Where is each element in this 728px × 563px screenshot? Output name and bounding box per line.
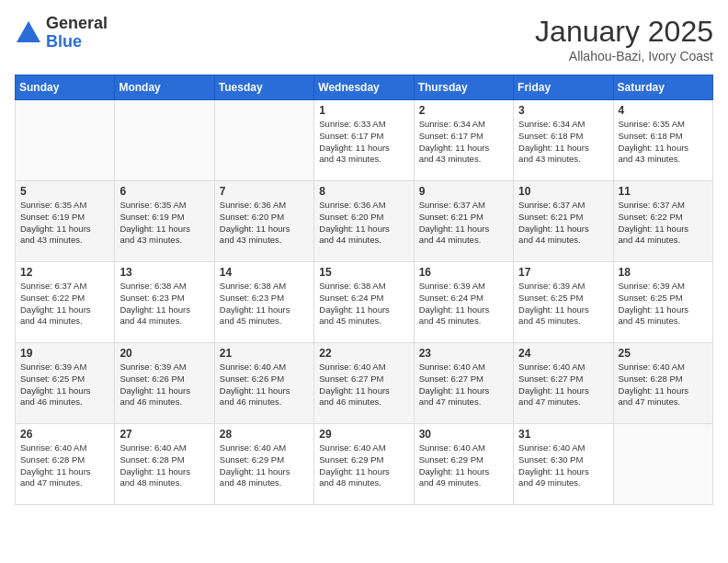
weekday-header: Saturday bbox=[613, 75, 712, 100]
calendar-cell: 6Sunrise: 6:35 AM Sunset: 6:19 PM Daylig… bbox=[115, 181, 214, 262]
day-info: Sunrise: 6:38 AM Sunset: 6:24 PM Dayligh… bbox=[319, 281, 408, 327]
day-number: 22 bbox=[319, 347, 408, 360]
calendar-cell: 13Sunrise: 6:38 AM Sunset: 6:23 PM Dayli… bbox=[115, 262, 214, 343]
day-info: Sunrise: 6:40 AM Sunset: 6:27 PM Dayligh… bbox=[518, 362, 608, 408]
day-number: 4 bbox=[619, 104, 708, 117]
logo-icon bbox=[15, 19, 42, 47]
location: Allahou-Bazi, Ivory Coast bbox=[535, 49, 713, 63]
day-info: Sunrise: 6:34 AM Sunset: 6:18 PM Dayligh… bbox=[518, 119, 608, 166]
calendar-cell bbox=[214, 100, 313, 181]
day-number: 14 bbox=[220, 266, 309, 279]
day-info: Sunrise: 6:40 AM Sunset: 6:29 PM Dayligh… bbox=[319, 442, 408, 489]
day-number: 24 bbox=[518, 347, 608, 360]
calendar-cell: 5Sunrise: 6:35 AM Sunset: 6:19 PM Daylig… bbox=[16, 181, 115, 262]
calendar-cell: 16Sunrise: 6:39 AM Sunset: 6:24 PM Dayli… bbox=[414, 262, 513, 343]
day-info: Sunrise: 6:35 AM Sunset: 6:19 PM Dayligh… bbox=[20, 200, 109, 247]
day-number: 13 bbox=[119, 266, 209, 279]
day-number: 30 bbox=[419, 428, 508, 441]
weekday-header: Monday bbox=[115, 75, 214, 100]
day-number: 8 bbox=[319, 185, 408, 198]
day-info: Sunrise: 6:37 AM Sunset: 6:22 PM Dayligh… bbox=[619, 200, 708, 247]
calendar-cell: 28Sunrise: 6:40 AM Sunset: 6:29 PM Dayli… bbox=[214, 424, 313, 505]
day-number: 11 bbox=[619, 185, 708, 198]
calendar-cell: 17Sunrise: 6:39 AM Sunset: 6:25 PM Dayli… bbox=[514, 262, 613, 343]
calendar-week-row: 1Sunrise: 6:33 AM Sunset: 6:17 PM Daylig… bbox=[16, 100, 713, 181]
day-number: 29 bbox=[319, 428, 408, 441]
calendar: SundayMondayTuesdayWednesdayThursdayFrid… bbox=[15, 75, 713, 505]
day-info: Sunrise: 6:40 AM Sunset: 6:28 PM Dayligh… bbox=[619, 362, 708, 408]
day-number: 2 bbox=[419, 104, 508, 117]
calendar-cell: 24Sunrise: 6:40 AM Sunset: 6:27 PM Dayli… bbox=[514, 343, 613, 424]
day-number: 12 bbox=[20, 266, 109, 279]
calendar-cell: 8Sunrise: 6:36 AM Sunset: 6:20 PM Daylig… bbox=[314, 181, 414, 262]
day-number: 21 bbox=[220, 347, 309, 360]
calendar-cell: 9Sunrise: 6:37 AM Sunset: 6:21 PM Daylig… bbox=[414, 181, 513, 262]
day-info: Sunrise: 6:38 AM Sunset: 6:23 PM Dayligh… bbox=[119, 281, 209, 327]
calendar-cell: 14Sunrise: 6:38 AM Sunset: 6:23 PM Dayli… bbox=[214, 262, 313, 343]
logo-general: General bbox=[46, 15, 108, 33]
day-number: 3 bbox=[518, 104, 608, 117]
calendar-cell: 23Sunrise: 6:40 AM Sunset: 6:27 PM Dayli… bbox=[414, 343, 513, 424]
day-info: Sunrise: 6:36 AM Sunset: 6:20 PM Dayligh… bbox=[220, 200, 309, 247]
calendar-cell: 1Sunrise: 6:33 AM Sunset: 6:17 PM Daylig… bbox=[314, 100, 414, 181]
weekday-row: SundayMondayTuesdayWednesdayThursdayFrid… bbox=[16, 75, 713, 100]
day-info: Sunrise: 6:37 AM Sunset: 6:21 PM Dayligh… bbox=[518, 200, 608, 247]
day-number: 18 bbox=[619, 266, 708, 279]
calendar-cell: 4Sunrise: 6:35 AM Sunset: 6:18 PM Daylig… bbox=[613, 100, 712, 181]
day-info: Sunrise: 6:40 AM Sunset: 6:29 PM Dayligh… bbox=[419, 442, 508, 489]
weekday-header: Wednesday bbox=[314, 75, 414, 100]
calendar-cell: 18Sunrise: 6:39 AM Sunset: 6:25 PM Dayli… bbox=[613, 262, 712, 343]
calendar-cell: 21Sunrise: 6:40 AM Sunset: 6:26 PM Dayli… bbox=[214, 343, 313, 424]
day-number: 10 bbox=[518, 185, 608, 198]
calendar-cell: 10Sunrise: 6:37 AM Sunset: 6:21 PM Dayli… bbox=[514, 181, 613, 262]
day-info: Sunrise: 6:35 AM Sunset: 6:19 PM Dayligh… bbox=[119, 200, 209, 247]
day-number: 27 bbox=[119, 428, 209, 441]
day-number: 19 bbox=[20, 347, 109, 360]
day-info: Sunrise: 6:39 AM Sunset: 6:26 PM Dayligh… bbox=[119, 362, 209, 408]
calendar-week-row: 26Sunrise: 6:40 AM Sunset: 6:28 PM Dayli… bbox=[16, 424, 713, 505]
month-title: January 2025 bbox=[535, 15, 713, 49]
day-info: Sunrise: 6:33 AM Sunset: 6:17 PM Dayligh… bbox=[319, 119, 408, 166]
weekday-header: Friday bbox=[514, 75, 613, 100]
weekday-header: Thursday bbox=[414, 75, 513, 100]
day-info: Sunrise: 6:39 AM Sunset: 6:25 PM Dayligh… bbox=[518, 281, 608, 327]
day-info: Sunrise: 6:40 AM Sunset: 6:26 PM Dayligh… bbox=[220, 362, 309, 408]
day-number: 25 bbox=[619, 347, 708, 360]
calendar-cell: 31Sunrise: 6:40 AM Sunset: 6:30 PM Dayli… bbox=[514, 424, 613, 505]
logo-text: General Blue bbox=[46, 15, 108, 52]
calendar-cell: 26Sunrise: 6:40 AM Sunset: 6:28 PM Dayli… bbox=[16, 424, 115, 505]
calendar-body: 1Sunrise: 6:33 AM Sunset: 6:17 PM Daylig… bbox=[16, 100, 713, 505]
day-number: 26 bbox=[20, 428, 109, 441]
weekday-header: Sunday bbox=[16, 75, 115, 100]
day-info: Sunrise: 6:38 AM Sunset: 6:23 PM Dayligh… bbox=[220, 281, 309, 327]
day-info: Sunrise: 6:40 AM Sunset: 6:29 PM Dayligh… bbox=[220, 442, 309, 489]
day-info: Sunrise: 6:37 AM Sunset: 6:22 PM Dayligh… bbox=[20, 281, 109, 327]
calendar-header: SundayMondayTuesdayWednesdayThursdayFrid… bbox=[16, 75, 713, 100]
day-number: 17 bbox=[518, 266, 608, 279]
svg-marker-0 bbox=[17, 21, 40, 42]
day-info: Sunrise: 6:40 AM Sunset: 6:28 PM Dayligh… bbox=[119, 442, 209, 489]
day-info: Sunrise: 6:40 AM Sunset: 6:28 PM Dayligh… bbox=[20, 442, 109, 489]
day-info: Sunrise: 6:39 AM Sunset: 6:24 PM Dayligh… bbox=[419, 281, 508, 327]
day-number: 31 bbox=[518, 428, 608, 441]
calendar-cell: 12Sunrise: 6:37 AM Sunset: 6:22 PM Dayli… bbox=[16, 262, 115, 343]
day-info: Sunrise: 6:37 AM Sunset: 6:21 PM Dayligh… bbox=[419, 200, 508, 247]
page-header: General Blue January 2025 Allahou-Bazi, … bbox=[15, 15, 713, 63]
title-block: January 2025 Allahou-Bazi, Ivory Coast bbox=[535, 15, 713, 63]
weekday-header: Tuesday bbox=[214, 75, 313, 100]
calendar-cell: 3Sunrise: 6:34 AM Sunset: 6:18 PM Daylig… bbox=[514, 100, 613, 181]
day-number: 20 bbox=[119, 347, 209, 360]
day-info: Sunrise: 6:40 AM Sunset: 6:30 PM Dayligh… bbox=[518, 442, 608, 489]
calendar-cell: 20Sunrise: 6:39 AM Sunset: 6:26 PM Dayli… bbox=[115, 343, 214, 424]
calendar-cell: 11Sunrise: 6:37 AM Sunset: 6:22 PM Dayli… bbox=[613, 181, 712, 262]
calendar-week-row: 12Sunrise: 6:37 AM Sunset: 6:22 PM Dayli… bbox=[16, 262, 713, 343]
day-number: 15 bbox=[319, 266, 408, 279]
day-number: 16 bbox=[419, 266, 508, 279]
day-info: Sunrise: 6:39 AM Sunset: 6:25 PM Dayligh… bbox=[619, 281, 708, 327]
day-number: 7 bbox=[220, 185, 309, 198]
day-number: 23 bbox=[419, 347, 508, 360]
calendar-cell: 30Sunrise: 6:40 AM Sunset: 6:29 PM Dayli… bbox=[414, 424, 513, 505]
calendar-cell bbox=[115, 100, 214, 181]
day-number: 6 bbox=[119, 185, 209, 198]
day-number: 9 bbox=[419, 185, 508, 198]
